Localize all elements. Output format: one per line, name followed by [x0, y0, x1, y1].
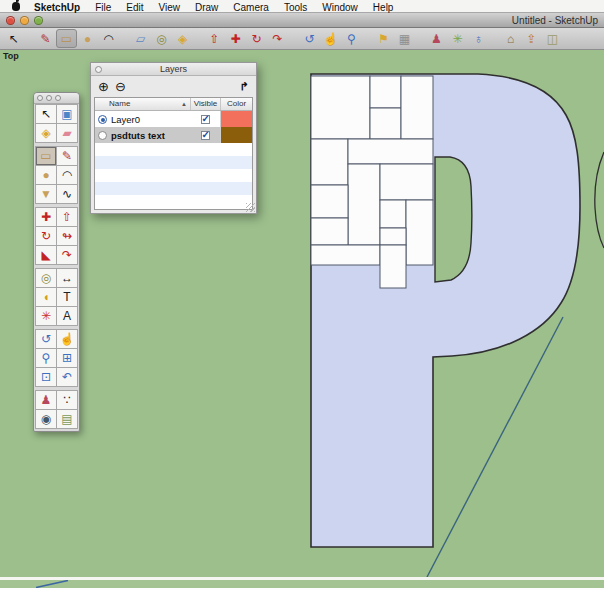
brick-cell-face[interactable] — [311, 245, 380, 265]
brick-cell-face[interactable] — [311, 185, 348, 218]
column-header-name[interactable]: Name ▲ — [95, 98, 190, 110]
walk-tool-button[interactable]: ∵ — [56, 390, 78, 410]
arc-tool-button[interactable]: ◠ — [56, 165, 78, 185]
menu-tools[interactable]: Tools — [284, 2, 307, 13]
palette-minimize-icon[interactable] — [46, 95, 52, 101]
move-tool-button[interactable]: ✚ — [35, 207, 57, 227]
offset-button[interactable]: ↷ — [267, 29, 288, 48]
section-plane-tool-button[interactable]: ▤ — [56, 409, 78, 429]
menu-file[interactable]: File — [95, 2, 111, 13]
move-button[interactable]: ✚ — [225, 29, 246, 48]
brick-cell-face[interactable] — [348, 164, 380, 245]
resize-grip[interactable] — [246, 203, 255, 212]
position-camera-tool-button[interactable]: ♟ — [35, 390, 57, 410]
add-location-button[interactable]: ⚑ — [373, 29, 394, 48]
brick-cell-face[interactable] — [380, 164, 433, 200]
rotate-tool-button[interactable]: ↻ — [35, 226, 57, 246]
brick-cell-face[interactable] — [311, 76, 370, 139]
layer-row[interactable]: psdtuts text — [95, 127, 252, 143]
circle-button[interactable]: ● — [77, 29, 98, 48]
brick-cell-face[interactable] — [311, 139, 348, 185]
rotate-button[interactable]: ↻ — [246, 29, 267, 48]
previous-tool-button[interactable]: ↶ — [56, 367, 78, 387]
brick-cell-face[interactable] — [348, 139, 433, 164]
protractor-tool-button[interactable]: ◖ — [35, 287, 57, 307]
menu-window[interactable]: Window — [322, 2, 358, 13]
dimension-tool-button[interactable]: ↔ — [56, 268, 78, 288]
visible-checkbox[interactable] — [201, 131, 210, 140]
layer-row[interactable]: Layer0 — [95, 111, 252, 127]
offset-tool-button[interactable]: ↷ — [56, 245, 78, 265]
layers-close-icon[interactable] — [95, 66, 102, 73]
select-button[interactable]: ↖ — [3, 29, 24, 48]
arc-button[interactable]: ◠ — [98, 29, 119, 48]
column-header-visible[interactable]: Visible — [190, 98, 220, 110]
brick-cell-face[interactable] — [370, 108, 401, 139]
3d-text-tool-button[interactable]: A — [56, 306, 78, 326]
brick-cell-face[interactable] — [370, 76, 401, 108]
share-model-button[interactable]: ⇪ — [521, 29, 542, 48]
layer-name[interactable]: Layer0 — [111, 114, 190, 125]
minimize-window-icon[interactable] — [20, 16, 29, 25]
brick-cell-face[interactable] — [380, 245, 406, 288]
select-tool-button[interactable]: ↖ — [35, 104, 57, 124]
polygon-tool-button[interactable]: ▼ — [35, 184, 57, 204]
pan-tool-button[interactable]: ☝ — [56, 329, 78, 349]
text-tool-button[interactable]: T — [56, 287, 78, 307]
layers-flyout-icon[interactable]: ↱ — [240, 80, 249, 93]
layer-name[interactable]: psdtuts text — [111, 130, 190, 141]
line-tool-button[interactable]: ✎ — [56, 146, 78, 166]
zoom-button[interactable]: ⚲ — [341, 29, 362, 48]
window-title-bar[interactable]: Untitled - SketchUp — [0, 13, 604, 28]
toggle-terrain-button[interactable]: ▦ — [394, 29, 415, 48]
line-button[interactable]: ✎ — [35, 29, 56, 48]
pan-button[interactable]: ☝ — [320, 29, 341, 48]
layer-color-swatch[interactable] — [220, 127, 252, 143]
current-layer-radio[interactable] — [98, 131, 107, 140]
get-models-button[interactable]: ⌂ — [500, 29, 521, 48]
palette-close-icon[interactable] — [37, 95, 43, 101]
photo-textures-button[interactable]: ✳ — [447, 29, 468, 48]
menu-camera[interactable]: Camera — [233, 2, 269, 13]
menu-view[interactable]: View — [158, 2, 180, 13]
push-pull-tool-button[interactable]: ⇧ — [56, 207, 78, 227]
palette-zoom-icon[interactable] — [55, 95, 61, 101]
push-pull-button[interactable]: ⇧ — [204, 29, 225, 48]
components-button[interactable]: ◫ — [542, 29, 563, 48]
brick-cell-face[interactable] — [380, 228, 406, 245]
menu-sketchup[interactable]: SketchUp — [34, 2, 80, 13]
brick-cell-face[interactable] — [380, 200, 406, 228]
layers-title-bar[interactable]: Layers — [91, 63, 256, 76]
menu-edit[interactable]: Edit — [126, 2, 143, 13]
paint-bucket-button[interactable]: ◈ — [172, 29, 193, 48]
rectangle-tool-button[interactable]: ▭ — [35, 146, 57, 166]
zoom-window-tool-button[interactable]: ⊞ — [56, 348, 78, 368]
remove-layer-button[interactable]: ⊖ — [115, 80, 126, 93]
close-window-icon[interactable] — [6, 16, 15, 25]
rectangle-button[interactable]: ▭ — [56, 29, 77, 48]
orbit-button[interactable]: ↺ — [299, 29, 320, 48]
paint-bucket-tool-button[interactable]: ◈ — [35, 123, 57, 143]
make-component-tool-button[interactable]: ▣ — [56, 104, 78, 124]
eraser-button[interactable]: ▱ — [130, 29, 151, 48]
brick-cell-face[interactable] — [406, 200, 433, 265]
google-earth-button[interactable]: ♁ — [468, 29, 489, 48]
menu-help[interactable]: Help — [373, 2, 394, 13]
add-layer-button[interactable]: ⊕ — [98, 80, 109, 93]
column-header-color[interactable]: Color — [220, 98, 252, 110]
circle-tool-button[interactable]: ● — [35, 165, 57, 185]
partial-letter-edge[interactable] — [595, 152, 604, 248]
match-photo-button[interactable]: ♟ — [426, 29, 447, 48]
apple-menu-icon[interactable] — [12, 2, 20, 11]
axes-tool-button[interactable]: ✳ — [35, 306, 57, 326]
zoom-extents-tool-button[interactable]: ⊡ — [35, 367, 57, 387]
drawing-canvas[interactable]: Top ↖▣◈▰▭✎●◠▼∿✚⇧↻↬◣↷◎↔◖T✳A↺☝⚲⊞⊡↶♟∵◉▤ Lay… — [0, 50, 604, 577]
brick-cell-face[interactable] — [401, 76, 433, 139]
tape-measure-tool-button[interactable]: ◎ — [35, 268, 57, 288]
orbit-tool-button[interactable]: ↺ — [35, 329, 57, 349]
visible-checkbox[interactable] — [201, 115, 210, 124]
brick-cell-face[interactable] — [311, 218, 348, 245]
freehand-tool-button[interactable]: ∿ — [56, 184, 78, 204]
current-layer-radio[interactable] — [98, 115, 107, 124]
tape-measure-button[interactable]: ◎ — [151, 29, 172, 48]
